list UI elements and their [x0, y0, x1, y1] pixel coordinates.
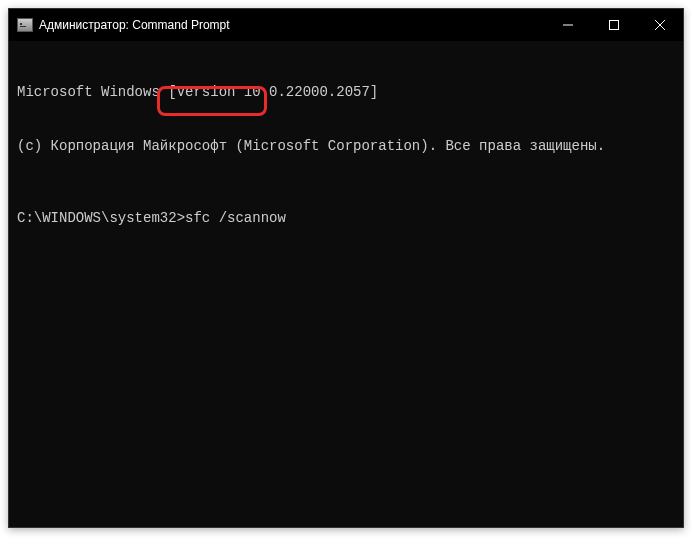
svg-rect-1	[610, 21, 619, 30]
version-line: Microsoft Windows [Version 10.0.22000.20…	[17, 83, 675, 101]
titlebar[interactable]: Администратор: Command Prompt	[9, 9, 683, 41]
terminal-body[interactable]: Microsoft Windows [Version 10.0.22000.20…	[9, 41, 683, 269]
window-title: Администратор: Command Prompt	[39, 18, 545, 32]
window-controls	[545, 9, 683, 41]
maximize-button[interactable]	[591, 9, 637, 41]
copyright-line: (c) Корпорация Майкрософт (Microsoft Cor…	[17, 137, 675, 155]
prompt-line: C:\WINDOWS\system32>sfc /scannow	[17, 209, 675, 227]
prompt-path: C:\WINDOWS\system32>	[17, 210, 185, 226]
command-input[interactable]: sfc /scannow	[185, 210, 286, 226]
close-button[interactable]	[637, 9, 683, 41]
minimize-button[interactable]	[545, 9, 591, 41]
command-prompt-window: Администратор: Command Prompt Microsoft …	[8, 8, 684, 528]
cmd-icon	[17, 18, 33, 32]
